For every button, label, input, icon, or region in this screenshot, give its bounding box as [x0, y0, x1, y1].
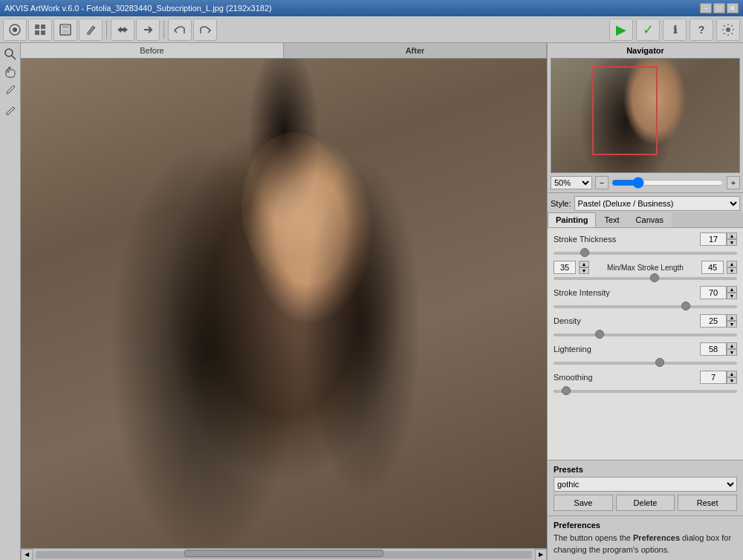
smoothing-thumb[interactable]	[562, 386, 571, 395]
smoothing-up[interactable]: ▲	[727, 371, 737, 377]
navigator-panel: Navigator 50%25%75%100% − +	[548, 43, 743, 193]
open-file-button[interactable]	[3, 19, 27, 41]
lightening-value[interactable]: 58	[700, 342, 727, 356]
smoothing-track[interactable]	[554, 390, 737, 393]
lightening-thumb[interactable]	[655, 358, 664, 367]
forward-button[interactable]	[136, 19, 160, 41]
smoothing-row: Smoothing 7 ▲ ▼	[554, 371, 737, 384]
info-button[interactable]: ℹ	[663, 19, 687, 41]
min-stroke-up[interactable]: ▲	[579, 261, 589, 267]
stroke-thickness-up[interactable]: ▲	[727, 232, 737, 239]
max-stroke-up[interactable]: ▲	[727, 261, 737, 267]
density-thumb[interactable]	[595, 330, 604, 339]
density-up[interactable]: ▲	[727, 314, 737, 321]
zoom-select[interactable]: 50%25%75%100%	[551, 176, 592, 189]
hand-tool[interactable]	[2, 64, 19, 80]
preferences-text: The button opens the Preferences dialog …	[554, 533, 737, 556]
zoom-tool[interactable]	[2, 46, 19, 62]
style-label: Style:	[551, 199, 571, 208]
titlebar: AKVIS ArtWork v.6.0 - Fotolia_30283440_S…	[0, 0, 743, 16]
min-stroke-down[interactable]: ▼	[579, 267, 589, 274]
brush-button[interactable]	[79, 19, 103, 41]
canvas-content[interactable]	[21, 59, 547, 548]
max-stroke-down[interactable]: ▼	[727, 267, 737, 274]
minimize-button[interactable]: −	[700, 3, 712, 13]
reset-preset-button[interactable]: Reset	[678, 495, 737, 511]
stroke-length-thumb[interactable]	[650, 273, 659, 282]
maximize-button[interactable]: □	[713, 3, 725, 13]
density-down[interactable]: ▼	[727, 321, 737, 328]
smoothing-spinner: ▲ ▼	[727, 371, 737, 384]
tab-painting[interactable]: Painting	[548, 212, 596, 227]
batch-button[interactable]	[28, 19, 52, 41]
settings-button[interactable]	[716, 19, 740, 41]
scroll-track[interactable]	[36, 551, 532, 559]
scroll-right-button[interactable]: ▶	[535, 549, 547, 561]
max-stroke-value[interactable]: 45	[701, 261, 724, 274]
accept-button[interactable]: ✓	[636, 19, 660, 41]
svg-point-1	[13, 27, 17, 32]
stroke-length-track[interactable]	[554, 277, 737, 280]
before-after-button[interactable]	[111, 19, 134, 41]
scroll-left-button[interactable]: ◀	[21, 549, 33, 561]
stroke-intensity-spinner: ▲ ▼	[727, 286, 737, 299]
main-area: Before After ◀ ▶ Navigator 50%25%75	[0, 43, 743, 560]
smoothing-label: Smoothing	[554, 373, 700, 382]
style-select[interactable]: Pastel (Deluxe / Business) Oil Watercolo…	[574, 196, 740, 211]
min-stroke-value[interactable]: 35	[554, 261, 576, 274]
lightening-up[interactable]: ▲	[727, 342, 737, 349]
window-title: AKVIS ArtWork v.6.0 - Fotolia_30283440_S…	[4, 4, 700, 13]
stroke-thickness-value[interactable]: 17	[700, 232, 727, 246]
density-value[interactable]: 25	[700, 314, 727, 328]
paint-brush-tool[interactable]	[2, 102, 19, 119]
tab-text[interactable]: Text	[596, 212, 627, 227]
close-button[interactable]: ✕	[727, 3, 739, 13]
stroke-thickness-label: Stroke Thickness	[554, 235, 700, 244]
canvas-area: Before After ◀ ▶	[21, 43, 547, 560]
lightening-label: Lightening	[554, 345, 700, 354]
stroke-intensity-thumb[interactable]	[681, 302, 690, 310]
svg-rect-3	[41, 25, 45, 29]
run-button[interactable]: ▶	[609, 19, 633, 41]
stroke-intensity-track[interactable]	[554, 305, 737, 308]
stroke-intensity-up[interactable]: ▲	[727, 286, 737, 293]
svg-point-11	[5, 49, 13, 56]
stroke-thickness-track[interactable]	[554, 252, 737, 255]
tab-before[interactable]: Before	[21, 43, 284, 58]
stroke-thickness-slider-row	[554, 252, 737, 255]
preferences-panel: Preferences The button opens the Prefere…	[548, 515, 743, 560]
save-button[interactable]	[53, 19, 77, 41]
stroke-intensity-value[interactable]: 70	[700, 286, 727, 299]
toolbar: ▶ ✓ ℹ ?	[0, 16, 743, 43]
stroke-thickness-down[interactable]: ▼	[727, 239, 737, 246]
stroke-intensity-label: Stroke Intensity	[554, 288, 700, 297]
smoothing-down[interactable]: ▼	[727, 377, 737, 384]
save-preset-button[interactable]: Save	[554, 495, 613, 511]
help-button[interactable]: ?	[690, 19, 713, 41]
tab-after[interactable]: After	[284, 43, 547, 58]
navigator-viewport-rect	[592, 66, 658, 155]
zoom-in-button[interactable]: +	[727, 176, 740, 189]
lightening-spinner: ▲ ▼	[727, 342, 737, 356]
portrait-image	[21, 59, 547, 548]
lightening-down[interactable]: ▼	[727, 349, 737, 356]
toolbar-separator-1	[106, 21, 107, 39]
navigator-image[interactable]	[551, 58, 740, 173]
tab-canvas[interactable]: Canvas	[628, 212, 672, 227]
redo-button[interactable]	[193, 19, 217, 41]
stroke-intensity-down[interactable]: ▼	[727, 293, 737, 299]
stroke-thickness-thumb[interactable]	[580, 248, 589, 257]
zoom-out-button[interactable]: −	[595, 176, 609, 189]
style-row: Style: Pastel (Deluxe / Business) Oil Wa…	[548, 193, 743, 212]
lightening-track[interactable]	[554, 362, 737, 365]
delete-preset-button[interactable]: Delete	[616, 495, 675, 511]
density-track[interactable]	[554, 333, 737, 336]
smoothing-value[interactable]: 7	[700, 371, 727, 384]
left-toolbar	[0, 43, 21, 560]
zoom-slider[interactable]	[611, 178, 724, 187]
eyedropper-tool[interactable]	[2, 82, 19, 98]
undo-button[interactable]	[168, 19, 192, 41]
horizontal-scrollbar[interactable]: ◀ ▶	[21, 548, 547, 560]
smoothing-slider-row	[554, 390, 737, 393]
preset-select[interactable]: gothic natural soft	[554, 477, 737, 492]
